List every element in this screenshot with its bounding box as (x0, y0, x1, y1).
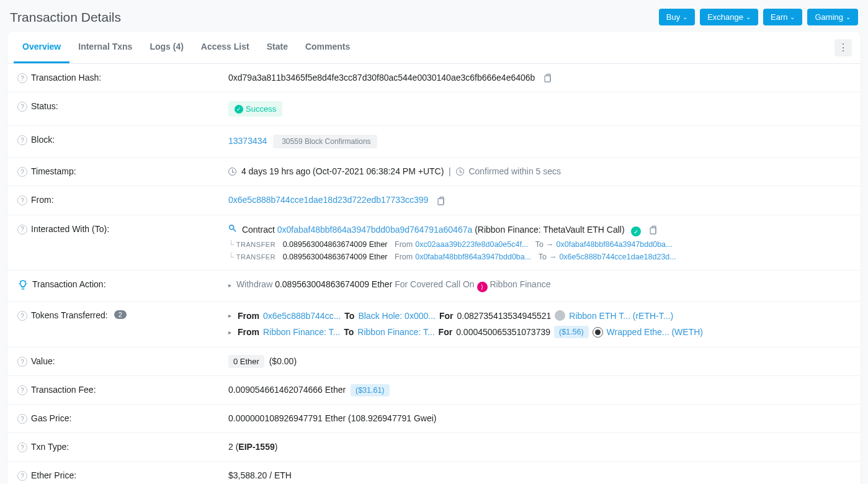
buy-button[interactable]: Buy⌄ (659, 9, 695, 25)
token-name-link[interactable]: Ribbon ETH T... (rETH-T...) (569, 311, 673, 321)
transfer-from-link[interactable]: 0xc02aaa39b223fe8d0a0e5c4f... (415, 240, 528, 249)
price-value: $3,588.20 / ETH (228, 470, 292, 480)
clock-icon (456, 168, 464, 176)
transfer-amount: 0.089563004863674009 Ether (283, 240, 388, 249)
svg-rect-3 (650, 228, 656, 234)
status-badge: ✓Success (228, 101, 282, 117)
tab-logs[interactable]: Logs (4) (141, 32, 192, 63)
label-txhash: Transaction Hash: (31, 73, 101, 83)
internal-transfer-line: └ TRANSFER 0.089563004863674009 Ether Fr… (228, 253, 851, 261)
token-count-badge: 2 (114, 310, 127, 319)
from-label: From (395, 253, 413, 261)
caret-icon: ▸ (228, 312, 231, 319)
token-to-link[interactable]: Black Hole: 0x000... (358, 311, 436, 321)
help-icon[interactable]: ? (17, 225, 27, 235)
lightbulb-icon (17, 279, 29, 290)
internal-transfer-line: └ TRANSFER 0.089563004863674009 Ether Fr… (228, 240, 851, 249)
exchange-button[interactable]: Exchange⌄ (700, 9, 758, 25)
tab-internal-txns[interactable]: Internal Txns (69, 32, 141, 63)
from-address-link[interactable]: 0x6e5c888b744cce1dae18d23d722edb17733cc3… (228, 195, 428, 205)
token-icon (593, 327, 603, 338)
confirmations-tag: 30559 Block Confirmations (273, 135, 377, 148)
help-icon[interactable]: ? (17, 385, 27, 395)
transfer-to-link[interactable]: 0x6e5c888b744cce1dae18d23d... (559, 253, 676, 261)
help-icon[interactable]: ? (17, 357, 27, 367)
to-name: (Ribbon Finance: ThetaVault ETH Call) (475, 225, 624, 235)
label-from: From: (31, 195, 54, 205)
help-icon[interactable]: ? (17, 73, 27, 83)
label-value: Value: (31, 356, 55, 366)
help-icon[interactable]: ? (17, 102, 27, 112)
for-label: For (439, 327, 453, 337)
value-usd: ($0.00) (269, 356, 297, 366)
confirmed-within: Confirmed within 5 secs (468, 166, 561, 176)
token-name-link[interactable]: Wrapped Ethe... (WETH) (607, 327, 703, 337)
transfer-to-link[interactable]: 0x0fabaf48bbf864a3947bdd0ba... (557, 240, 673, 249)
token-to-link[interactable]: Ribbon Finance: T... (357, 327, 434, 337)
copy-icon[interactable] (436, 196, 445, 206)
help-icon[interactable]: ? (17, 135, 27, 145)
label-status: Status: (31, 101, 58, 111)
buy-label: Buy (666, 12, 680, 22)
token-from-link[interactable]: Ribbon Finance: T... (263, 327, 340, 337)
transfer-amount: 0.089563004863674009 Ether (283, 253, 388, 261)
separator: | (446, 166, 455, 176)
transfer-from-link[interactable]: 0x0fabaf48bbf864a3947bdd0ba... (415, 253, 531, 261)
action-for: For Covered Call On (395, 279, 474, 289)
token-from-link[interactable]: 0x6e5c888b744cc... (263, 311, 341, 321)
more-menu-button[interactable]: ⋮ (834, 39, 852, 56)
label-gas: Gas Price: (31, 413, 71, 423)
chevron-down-icon: ⌄ (790, 14, 795, 20)
to-label: To (539, 253, 547, 261)
help-icon[interactable]: ? (17, 195, 27, 205)
gaming-button[interactable]: Gaming⌄ (807, 9, 858, 25)
chevron-down-icon: ⌄ (846, 14, 851, 20)
fee-value: 0.009054661462074666 Ether (228, 385, 346, 395)
label-block: Block: (31, 135, 55, 145)
svg-rect-1 (438, 199, 444, 205)
tab-access-list[interactable]: Access List (192, 32, 258, 63)
fee-usd: ($31.61) (351, 384, 390, 397)
status-text: Success (246, 104, 276, 114)
arrow-icon: → (546, 240, 554, 249)
to-label: To (344, 327, 354, 337)
help-icon[interactable]: ? (17, 471, 27, 481)
from-label: From (238, 311, 259, 321)
label-txtype: Txn Type: (31, 442, 69, 452)
label-tokens: Tokens Transferred: (31, 310, 108, 320)
token-icon (555, 310, 565, 321)
caret-icon: ▸ (228, 329, 231, 336)
copy-icon[interactable] (648, 225, 658, 235)
token-transfer-row: ▸ From 0x6e5c888b744cc... To Black Hole:… (228, 310, 851, 321)
timestamp-value: 4 days 19 hrs ago (Oct-07-2021 06:38:24 … (241, 166, 444, 176)
contract-icon (228, 225, 237, 235)
ribbon-icon: ⟩ (477, 282, 488, 292)
transfer-label: TRANSFER (236, 253, 275, 261)
tab-comments[interactable]: Comments (297, 32, 359, 63)
earn-button[interactable]: Earn⌄ (763, 9, 802, 25)
help-icon[interactable]: ? (17, 311, 27, 321)
label-action: Transaction Action: (32, 279, 106, 289)
label-price: Ether Price: (31, 470, 76, 480)
check-icon: ✓ (235, 105, 243, 114)
help-icon[interactable]: ? (17, 442, 27, 452)
page-title: Transaction Details (10, 10, 121, 25)
tab-state[interactable]: State (258, 32, 297, 63)
to-label: Contract (242, 225, 275, 235)
help-icon[interactable]: ? (17, 167, 27, 177)
block-link[interactable]: 13373434 (228, 136, 267, 146)
to-label: To (344, 311, 354, 321)
token-usd: ($1.56) (554, 326, 589, 338)
exchange-label: Exchange (707, 12, 743, 22)
copy-icon[interactable] (542, 73, 552, 83)
to-address-link[interactable]: 0x0fabaf48bbf864a3947bdd0ba9d764791a6046… (277, 225, 473, 235)
help-icon[interactable]: ? (17, 414, 27, 424)
label-fee: Transaction Fee: (31, 385, 96, 395)
gas-value: 0.000000108926947791 Ether (108.92694779… (228, 413, 437, 423)
token-amount: 0.082735413534945521 (457, 311, 551, 321)
value-pill: 0 Ether (228, 355, 264, 368)
tab-overview[interactable]: Overview (14, 32, 69, 63)
token-amount: 0.000450065351073739 (456, 327, 550, 337)
header-buttons: Buy⌄ Exchange⌄ Earn⌄ Gaming⌄ (659, 9, 858, 25)
from-label: From (238, 327, 259, 337)
